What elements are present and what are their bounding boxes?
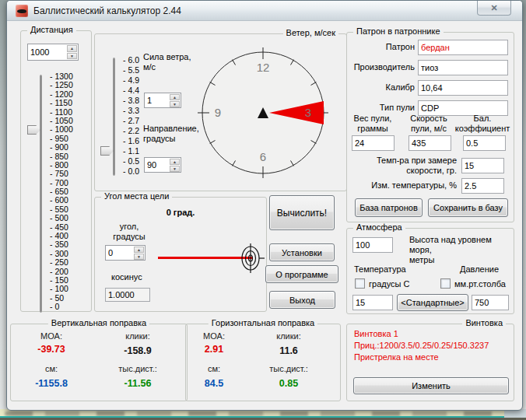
measure-temp-input[interactable] [461,158,504,173]
distance-slider-track[interactable] [40,75,42,313]
scale-tick-label: - 3.8 [123,96,139,106]
spin-down-icon[interactable]: ▼ [170,166,180,172]
bullet-icon [17,9,26,13]
angle-label: угол, градусы [101,222,157,242]
altitude-input[interactable] [352,237,393,253]
pressure-input[interactable] [472,295,509,310]
distance-spinner[interactable]: ▲ ▼ [27,44,79,61]
spin-up-icon[interactable]: ▲ [67,45,77,52]
caliber-label: Калибр [347,82,415,93]
cm-value: 84.5 [186,378,242,389]
calculate-button[interactable]: Вычислить! [269,195,335,230]
scale-tick-label: - 0.5 [123,156,139,166]
moa-value: 2.91 [186,344,242,355]
dial-numeral-3: 3 [305,106,311,119]
celsius-label: градусы C [369,279,409,289]
wind-force-input[interactable] [145,93,169,107]
dial-numeral-12: 12 [257,61,270,74]
scale-tick-label: - 6.0 [123,55,139,65]
wind-slider-track[interactable] [113,58,115,176]
distance-scale: - 1300- 1250- 1200- 1150- 1100- 1050- 10… [50,72,73,312]
bullet-weight-label: Вес пули, граммы [349,114,397,134]
scale-tick-label: - 250 [50,258,73,267]
scale-tick-label: - 4.9 [123,75,139,86]
cm-label: см: [186,364,242,373]
cartridge-name-label: Патрон [347,42,415,52]
ballistic-coefficient-input[interactable] [463,135,506,151]
clicks-label: клики: [242,331,335,341]
wind-direction-label: Направление, градусы [143,124,199,144]
temp-change-label: Изм. температуры, % [347,180,457,191]
atmosphere-group: Атмосфера Высота над уровнем моря, метры… [346,228,514,314]
wind-direction-input[interactable] [145,158,169,172]
rifle-edit-button[interactable]: Изменить [353,377,509,394]
distance-group: Дистанция ▲ ▼ - 1300- 1250- 1200- 1150- … [20,30,92,312]
standard-values-button[interactable]: <Стандартные> [397,294,468,311]
cm-label: см: [12,364,90,373]
wind-force-spinner[interactable]: ▲ ▼ [144,93,181,108]
caliber-input[interactable] [418,80,508,96]
angle-input[interactable] [106,246,133,260]
wind-scale: - 6.0- 5.5- 4.9- 4.4- 3.8- 3.3- 2.7- 2.2… [123,55,139,177]
temperature-label: Температура [354,264,406,275]
cartridge-group: Патрон в патроннике Патрон Производитель… [346,32,514,222]
scale-tick-label: - 1150 [50,99,73,107]
clicks-value: 11.6 [242,345,335,356]
cartridge-database-button[interactable]: База патронов [355,198,423,217]
moa-value: -39.73 [12,344,90,355]
scale-tick-label: - 1.6 [123,136,139,146]
wind-slider-thumb[interactable] [100,146,114,156]
bullet-weight-input[interactable] [352,135,394,151]
vertical-correction-group: Вертикальная поправка МОА: клики: -39.73… [10,324,188,401]
settings-button[interactable]: Установки [269,243,335,261]
scale-tick-label: - 2.2 [123,126,139,136]
bullet-speed-input[interactable] [409,135,451,151]
temperature-input[interactable] [352,295,393,310]
rifle-group: Винтовка Винтовка 1 Приц.:1200/3.5/0.25/… [346,324,514,401]
about-button[interactable]: О программе [265,265,338,283]
cosine-field [105,288,150,302]
clicks-value: -158.9 [90,345,185,356]
mil-value: -11.56 [90,378,185,389]
spin-down-icon[interactable]: ▼ [170,101,180,107]
exit-button[interactable]: Выход [269,291,335,309]
spin-up-icon[interactable]: ▲ [170,159,180,165]
mil-value: 0.85 [242,378,335,389]
mil-label: тыс.дист.: [90,364,185,373]
spin-down-icon[interactable]: ▼ [134,254,144,260]
close-button[interactable]: ✕ [477,1,511,16]
wind-direction-dial[interactable]: 12 3 6 9 [193,43,333,183]
wind-direction-spinner[interactable]: ▲ ▼ [144,157,181,173]
manufacturer-input[interactable] [418,60,508,75]
rifle-zero-info: Пристрелка на месте [354,352,489,363]
spin-up-icon[interactable]: ▲ [134,247,144,253]
scale-tick-label: - 4.4 [123,86,139,96]
bullet-speed-label: Скорость пули, м/с [403,114,454,134]
angle-spinner[interactable]: ▲ ▼ [105,245,146,261]
distance-slider-thumb[interactable] [27,125,40,135]
app-window: Баллистический калькулятор 2.44 ✕ Дистан… [6,0,523,411]
save-to-database-button[interactable]: Сохранить в базу [428,198,508,217]
scale-tick-label: - 3.3 [123,106,139,116]
altitude-label: Высота над уровнем моря, метры [409,235,514,265]
temp-change-input[interactable] [461,178,504,194]
moa-label: МОА: [12,331,90,341]
vertical-correction-legend: Вертикальная поправка [48,318,149,327]
cosine-label: косинус [111,272,142,282]
spin-up-icon[interactable]: ▲ [170,94,180,100]
title-bar[interactable]: Баллистический калькулятор 2.44 ✕ [7,1,522,21]
wind-group: Ветер, м/сек - 6.0- 5.5- 4.9- 4.4- 3.8- … [94,33,347,191]
distance-legend: Дистанция [27,25,76,34]
mmhg-checkbox[interactable] [440,278,451,289]
distance-input[interactable] [28,44,66,60]
mil-label: тыс.дист.: [242,364,335,373]
horizontal-correction-legend: Горизонтальная поправка [209,318,317,327]
spin-down-icon[interactable]: ▼ [67,53,77,60]
rifle-name: Винтовка 1 [354,328,489,340]
scale-tick-label: - 2.7 [123,116,139,126]
celsius-checkbox[interactable] [355,278,365,289]
scale-tick-label: - 500 [50,214,73,222]
angle-readout: 0 град. [95,208,266,218]
cartridge-name-input[interactable] [418,40,508,55]
target-angle-legend: Угол места цели [101,191,172,201]
